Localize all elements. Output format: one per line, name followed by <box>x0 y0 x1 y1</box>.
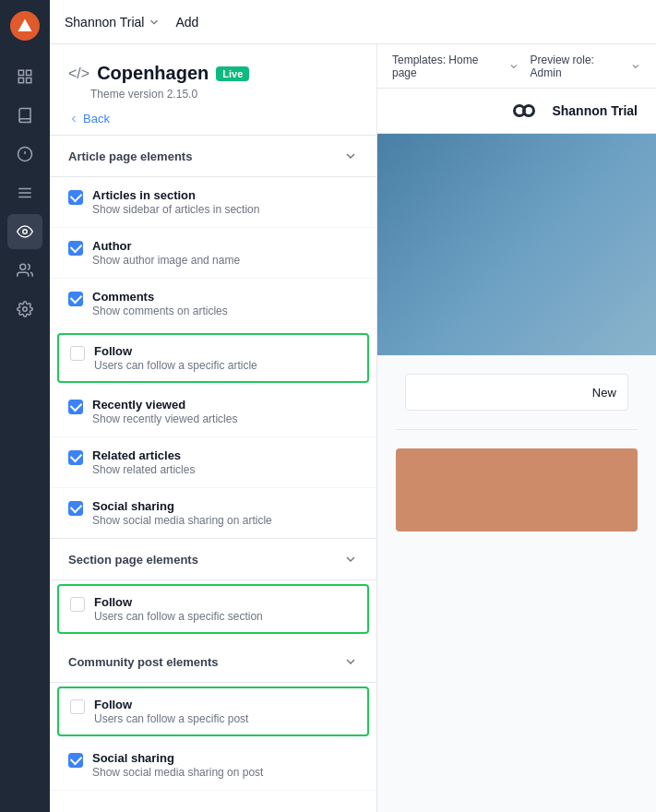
add-label: Add <box>175 15 198 30</box>
article-group-header[interactable]: Article page elements <box>50 136 376 177</box>
author-checkbox[interactable] <box>68 241 83 256</box>
follow-article-label: Follow <box>94 344 356 358</box>
element-follow-article: Follow Users can follow a specific artic… <box>57 333 369 383</box>
nav-icon-users[interactable] <box>7 253 42 288</box>
preview-site-name: Shannon Trial <box>552 103 638 118</box>
role-selector[interactable]: Preview role: Admin <box>531 54 641 79</box>
nav-icon-alert[interactable] <box>7 137 42 172</box>
articles-in-section-desc: Show sidebar of articles in section <box>92 203 358 216</box>
preview-hero-image <box>377 134 656 355</box>
nav-icon-list[interactable] <box>7 175 42 210</box>
follow-post-check[interactable] <box>70 699 85 714</box>
nav-icon-eye[interactable] <box>7 214 42 249</box>
community-group: Community post elements Follow Users can… <box>50 641 376 791</box>
section-group-title: Section page elements <box>68 553 198 567</box>
content-area: </> Copenhagen Live Theme version 2.15.0… <box>50 44 656 812</box>
back-chevron-icon <box>68 113 79 125</box>
preview-search-bar: New <box>405 374 628 411</box>
follow-section-check[interactable] <box>70 597 85 612</box>
related-articles-desc: Show related articles <box>92 463 358 476</box>
sidebar-panel: </> Copenhagen Live Theme version 2.15.0… <box>50 44 377 812</box>
templates-label: Templates: Home page <box>392 54 505 79</box>
workspace-selector[interactable]: Shannon Trial <box>65 15 161 30</box>
community-group-title: Community post elements <box>68 655 219 669</box>
community-group-chevron-icon <box>343 654 358 669</box>
social-sharing-check[interactable] <box>68 501 83 516</box>
svg-rect-3 <box>18 78 23 83</box>
svg-rect-2 <box>27 70 31 75</box>
top-bar: Shannon Trial Add <box>50 0 656 44</box>
social-sharing-checkbox[interactable] <box>68 501 83 516</box>
preview-toolbar: Templates: Home page Preview role: Admin <box>377 44 656 89</box>
follow-section-desc: Users can follow a specific section <box>94 610 356 623</box>
author-label: Author <box>92 239 358 253</box>
theme-code-icon: </> <box>68 66 89 82</box>
role-label: Preview role: Admin <box>531 54 627 79</box>
svg-rect-1 <box>18 70 23 75</box>
follow-article-checkbox[interactable] <box>70 346 85 361</box>
article-group-title: Article page elements <box>68 149 192 163</box>
comments-checkbox[interactable] <box>68 292 83 306</box>
workspace-chevron-icon <box>148 16 161 29</box>
social-sharing-post-check[interactable] <box>68 753 83 768</box>
preview-logo-circle2 <box>522 104 535 117</box>
logo-icon <box>17 18 33 34</box>
social-sharing-desc: Show social media sharing on article <box>92 514 358 527</box>
templates-selector[interactable]: Templates: Home page <box>392 54 519 79</box>
follow-section-checkbox[interactable] <box>70 597 85 612</box>
element-comments: Comments Show comments on articles <box>50 279 376 329</box>
follow-section-label: Follow <box>94 595 356 609</box>
social-sharing-post-desc: Show social media sharing on post <box>92 766 358 779</box>
related-articles-check[interactable] <box>68 450 83 465</box>
recently-viewed-check[interactable] <box>68 400 83 414</box>
logo[interactable] <box>10 11 40 41</box>
nav-icon-book[interactable] <box>7 98 42 133</box>
svg-rect-4 <box>27 78 31 83</box>
theme-live-badge: Live <box>216 66 249 81</box>
element-articles-in-section: Articles in section Show sidebar of arti… <box>50 177 376 228</box>
preview-orange-block <box>396 448 638 531</box>
recently-viewed-label: Recently viewed <box>92 398 358 412</box>
follow-article-check[interactable] <box>70 346 85 361</box>
nav-icon-home[interactable] <box>7 59 42 94</box>
articles-in-section-check[interactable] <box>68 190 83 205</box>
element-follow-section: Follow Users can follow a specific secti… <box>57 584 369 634</box>
article-group-chevron-icon <box>343 149 358 163</box>
community-group-header[interactable]: Community post elements <box>50 641 376 683</box>
nav-icon-settings[interactable] <box>7 292 42 327</box>
add-button[interactable]: Add <box>175 15 202 30</box>
articles-in-section-checkbox[interactable] <box>68 190 83 205</box>
preview-new-label: New <box>592 386 616 400</box>
preview-header-bar: Shannon Trial <box>377 89 656 134</box>
follow-post-label: Follow <box>94 698 356 711</box>
element-related-articles: Related articles Show related articles <box>50 437 376 488</box>
related-articles-checkbox[interactable] <box>68 450 83 465</box>
author-desc: Show author image and name <box>92 254 358 267</box>
section-group-header[interactable]: Section page elements <box>50 539 376 580</box>
recently-viewed-desc: Show recently viewed articles <box>92 412 358 425</box>
back-button[interactable]: Back <box>68 112 358 125</box>
article-group: Article page elements Articles in sectio… <box>50 136 376 539</box>
main-area: Shannon Trial Add </> Copenhagen Live Th… <box>50 0 656 812</box>
role-chevron-icon <box>630 61 641 72</box>
svg-marker-0 <box>18 19 32 32</box>
social-sharing-label: Social sharing <box>92 499 358 513</box>
section-group: Section page elements Follow Users can f… <box>50 539 376 634</box>
panel-scroll: Article page elements Articles in sectio… <box>50 136 376 812</box>
comments-check[interactable] <box>68 292 83 306</box>
author-check[interactable] <box>68 241 83 256</box>
svg-point-12 <box>20 264 26 269</box>
preview-logo <box>513 102 543 120</box>
element-follow-post: Follow Users can follow a specific post <box>57 687 369 736</box>
element-social-sharing: Social sharing Show social media sharing… <box>50 488 376 539</box>
related-articles-label: Related articles <box>92 448 358 462</box>
theme-version: Theme version 2.15.0 <box>90 88 358 101</box>
follow-post-checkbox[interactable] <box>70 699 85 714</box>
recently-viewed-checkbox[interactable] <box>68 400 83 414</box>
social-sharing-post-label: Social sharing <box>92 751 358 765</box>
svg-point-11 <box>23 230 28 234</box>
social-sharing-post-checkbox[interactable] <box>68 753 83 768</box>
element-author: Author Show author image and name <box>50 228 376 279</box>
workspace-name: Shannon Trial <box>65 15 144 30</box>
back-label: Back <box>83 112 110 125</box>
